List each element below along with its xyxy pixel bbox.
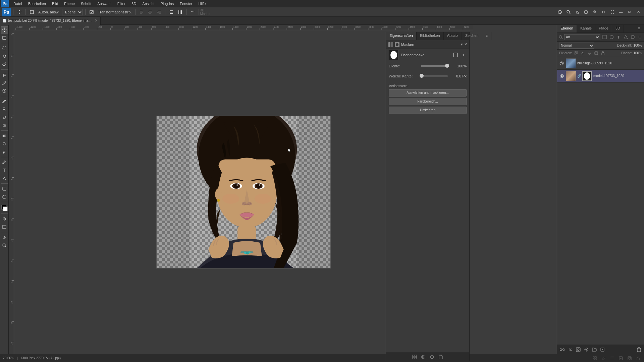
home-button[interactable]: Ps <box>2 8 11 16</box>
farbbereich-btn[interactable]: Farbbereich... <box>389 98 467 105</box>
tool-3d[interactable] <box>1 193 8 200</box>
tool-quick-mask[interactable] <box>1 215 8 223</box>
layer-filter-shape-btn[interactable] <box>623 34 629 40</box>
tool-clone-stamp[interactable] <box>1 106 8 113</box>
tool-zoom[interactable] <box>1 242 8 249</box>
tool-lasso[interactable] <box>1 53 8 60</box>
auswaehlen-maskieren-btn[interactable]: Auswählen und maskieren... <box>389 89 467 97</box>
distribute-v-btn[interactable] <box>168 8 175 16</box>
tool-blur[interactable] <box>1 140 8 147</box>
apply-mask-btn[interactable] <box>452 52 459 58</box>
menu-fenster[interactable]: Fenster <box>177 1 195 6</box>
mask-options-btn[interactable] <box>461 52 467 58</box>
menu-hilfe[interactable]: Hilfe <box>196 1 208 6</box>
layers-list[interactable]: buildings-936599_1920 🔗 <box>557 57 644 345</box>
minimize-btn[interactable]: — <box>617 8 625 16</box>
auto-select-dropdown[interactable]: Ebene <box>62 9 83 15</box>
transform-checkbox[interactable] <box>88 8 95 16</box>
layer-filter-text-btn[interactable]: T <box>615 34 622 40</box>
props-circle-btn[interactable] <box>428 354 436 360</box>
tab-absatz[interactable]: Absatz <box>444 32 462 40</box>
tab-pfade[interactable]: Pfade <box>595 25 612 33</box>
status-icon-4[interactable] <box>618 355 624 361</box>
status-icon-1[interactable] <box>592 355 598 361</box>
canvas-settings-btn[interactable]: ⚙ <box>591 8 598 16</box>
props-close-btn[interactable]: ✕ <box>464 42 467 47</box>
layer-filter-toggle[interactable]: ⊡ <box>637 34 643 40</box>
props-collapse-btn[interactable]: ▾ <box>461 42 463 47</box>
zoom-btn[interactable] <box>565 8 572 16</box>
add-style-btn[interactable]: fx <box>567 346 574 353</box>
tool-eraser[interactable] <box>1 122 8 129</box>
tab-bibliotheken[interactable]: Bibliotheken <box>417 32 444 40</box>
lock-move-btn[interactable] <box>587 51 592 56</box>
tool-move[interactable] <box>1 26 8 34</box>
umkehren-btn[interactable]: Umkehren <box>389 107 467 114</box>
restore-btn[interactable]: ⧉ <box>626 8 633 16</box>
tool-gradient[interactable] <box>1 132 8 139</box>
tool-artboard[interactable] <box>1 34 8 42</box>
lock-draw-btn[interactable] <box>580 51 585 56</box>
menu-3d[interactable]: 3D <box>129 1 139 6</box>
layer-filter-smart-btn[interactable] <box>630 34 636 40</box>
blend-mode-select[interactable]: Normal <box>559 43 594 49</box>
add-mask-btn[interactable] <box>575 346 582 353</box>
tab-eigenschaften[interactable]: Eigenschaften <box>386 32 417 40</box>
align-left-btn[interactable] <box>138 8 145 16</box>
tool-marquee[interactable] <box>1 45 8 52</box>
doc-tab-close[interactable]: ✕ <box>95 18 98 23</box>
layer-type-filter[interactable]: Art <box>564 34 600 40</box>
move-tool-btn[interactable] <box>16 8 23 16</box>
layer-visibility-buildings[interactable] <box>559 61 565 66</box>
status-icon-6[interactable] <box>635 355 641 361</box>
new-layer-btn[interactable] <box>599 346 606 353</box>
close-btn[interactable]: ✕ <box>635 8 642 16</box>
align-center-btn[interactable] <box>147 8 154 16</box>
layer-thumb-model-mask[interactable] <box>582 71 592 81</box>
fullscreen-btn[interactable]: ⛶ <box>608 8 616 16</box>
menu-schrift[interactable]: Schrift <box>78 1 94 6</box>
doc-tab[interactable]: 📄 test.psdc bei 20,7% (model-429733_1920… <box>0 17 101 25</box>
rotate-view-btn[interactable] <box>556 8 564 16</box>
tool-crop[interactable] <box>1 71 8 78</box>
more-options-btn[interactable]: ⋯ <box>189 8 196 16</box>
tab-kanaele[interactable]: Kanäle <box>577 25 595 33</box>
menu-ebene[interactable]: Ebene <box>61 1 77 6</box>
layer-item-model[interactable]: 🔗 model-429733_1920 <box>557 70 644 82</box>
weiche-slider-thumb[interactable] <box>420 74 424 78</box>
delete-layer-btn[interactable] <box>635 346 643 353</box>
status-icon-2[interactable] <box>600 355 606 361</box>
3d-mode-btn[interactable]: 3D Modus <box>201 8 209 16</box>
align-right-btn[interactable] <box>155 8 163 16</box>
layer-filter-adjust-btn[interactable] <box>608 34 614 40</box>
layer-filter-pixel-btn[interactable] <box>601 34 607 40</box>
new-group-btn[interactable] <box>591 346 598 353</box>
lock-pixel-btn[interactable] <box>573 51 579 56</box>
tool-dodge[interactable] <box>1 148 8 156</box>
tool-hand[interactable] <box>1 234 8 241</box>
menu-auswahl[interactable]: Auswahl <box>95 1 114 6</box>
tool-path-select[interactable] <box>1 175 8 182</box>
props-delete-btn[interactable] <box>437 354 444 360</box>
tool-quick-select[interactable] <box>1 61 8 68</box>
new-fill-btn[interactable] <box>583 346 590 353</box>
tool-eyedropper[interactable] <box>1 79 8 86</box>
tool-healing[interactable] <box>1 87 8 95</box>
tool-pen[interactable] <box>1 159 8 166</box>
menu-datei[interactable]: Datei <box>11 1 25 6</box>
window-size-btn[interactable]: ⊡ <box>600 8 607 16</box>
layer-visibility-model[interactable] <box>559 73 565 79</box>
tab-ebenen[interactable]: Ebenen <box>557 25 577 33</box>
menu-ansicht[interactable]: Ansicht <box>140 1 157 6</box>
tool-text[interactable]: T <box>1 167 8 174</box>
status-icon-3[interactable] <box>609 355 615 361</box>
tab-zeichen[interactable]: Zeichen <box>462 32 482 40</box>
menu-filter[interactable]: Filter <box>115 1 128 6</box>
tool-brush[interactable] <box>1 98 8 105</box>
link-layers-btn[interactable] <box>558 346 566 353</box>
props-eye-btn[interactable] <box>420 354 427 360</box>
auto-select-checkbox[interactable] <box>28 8 36 16</box>
lock-artboard-btn[interactable] <box>593 51 599 56</box>
menu-bearbeiten[interactable]: Bearbeiten <box>25 1 49 6</box>
tab-3d[interactable]: 3D <box>612 25 624 33</box>
